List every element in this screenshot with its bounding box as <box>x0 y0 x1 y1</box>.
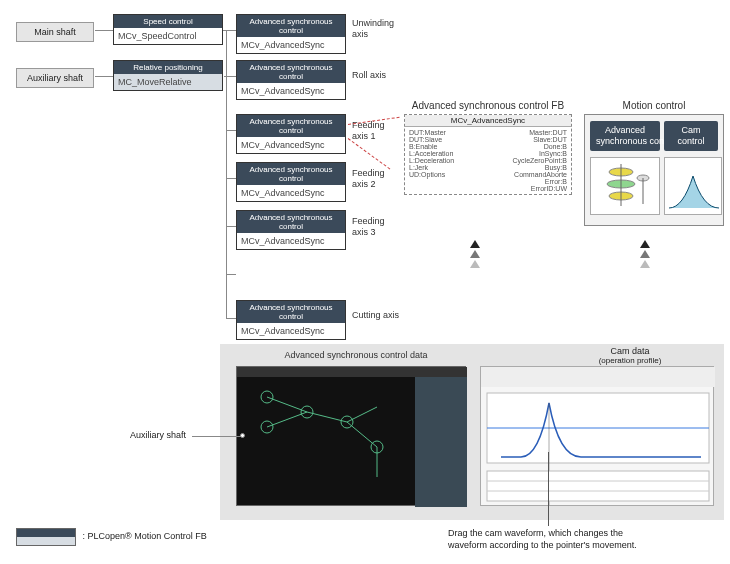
cam-curve-illustration <box>664 157 722 215</box>
main-shaft-label: Main shaft <box>16 22 94 42</box>
adv-data-title: Advanced synchronous control data <box>256 350 456 360</box>
fb-advsync-f3: Advanced synchronous controlMCv_Advanced… <box>236 210 346 250</box>
arrow-stack-left <box>470 240 480 268</box>
legend-text: : PLCopen® Motion Control FB <box>83 531 207 541</box>
aux-shaft-callout: Auxiliary shaft <box>130 430 186 440</box>
cam-data-screenshot <box>480 366 714 506</box>
fb-advsync-f1: Advanced synchronous controlMCv_Advanced… <box>236 114 346 154</box>
motion-advsync-box: Advanced synchronous control <box>590 121 660 151</box>
motion-panel: Advanced synchronous control Cam control <box>584 114 724 226</box>
fb-detail-title: Advanced synchronous control FB <box>404 100 572 111</box>
svg-rect-7 <box>415 377 467 507</box>
svg-line-16 <box>347 422 377 447</box>
svg-line-17 <box>347 407 377 422</box>
axis-unwinding: Unwinding axis <box>352 18 394 40</box>
fb-advsync-unwind: Advanced synchronous controlMCv_Advanced… <box>236 14 346 54</box>
callout-dot <box>240 433 245 438</box>
svg-line-14 <box>267 412 307 427</box>
fb-header: Relative positioning <box>114 61 222 74</box>
svg-rect-6 <box>237 367 467 377</box>
legend-swatch <box>16 528 76 546</box>
svg-rect-19 <box>481 367 715 387</box>
fb-move-relative: Relative positioning MC_MoveRelative <box>113 60 223 91</box>
fb-body: MCv_SpeedControl <box>114 28 222 44</box>
fb-advsync-cut: Advanced synchronous controlMCv_Advanced… <box>236 300 346 340</box>
fb-header: Speed control <box>114 15 222 28</box>
legend: : PLCopen® Motion Control FB <box>16 528 207 546</box>
aux-shaft-label: Auxiliary shaft <box>16 68 94 88</box>
axis-f3: Feeding axis 3 <box>352 216 385 238</box>
advsync-illustration <box>590 157 660 215</box>
fb-advsync-roll: Advanced synchronous controlMCv_Advanced… <box>236 60 346 100</box>
svg-line-13 <box>267 397 307 412</box>
motion-cam-box: Cam control <box>664 121 718 151</box>
motion-title: Motion control <box>594 100 714 111</box>
fb-body: MC_MoveRelative <box>114 74 222 90</box>
cam-caption: Drag the cam waveform, which changes the… <box>448 528 708 551</box>
fb-detail-header: MCv_AdvancedSync <box>405 115 571 127</box>
adv-data-screenshot <box>236 366 466 506</box>
axis-roll: Roll axis <box>352 70 386 81</box>
fb-advsync-f2: Advanced synchronous controlMCv_Advanced… <box>236 162 346 202</box>
fb-speed-control: Speed control MCv_SpeedControl <box>113 14 223 45</box>
cam-data-title: Cam data (operation profile) <box>550 346 710 365</box>
svg-rect-23 <box>487 471 709 501</box>
svg-line-15 <box>307 412 347 422</box>
axis-cut: Cutting axis <box>352 310 399 321</box>
fb-detail-box: MCv_AdvancedSync DUT:MasterMaster:DUT DU… <box>404 114 572 195</box>
arrow-stack-right <box>640 240 650 268</box>
axis-f2: Feeding axis 2 <box>352 168 385 190</box>
